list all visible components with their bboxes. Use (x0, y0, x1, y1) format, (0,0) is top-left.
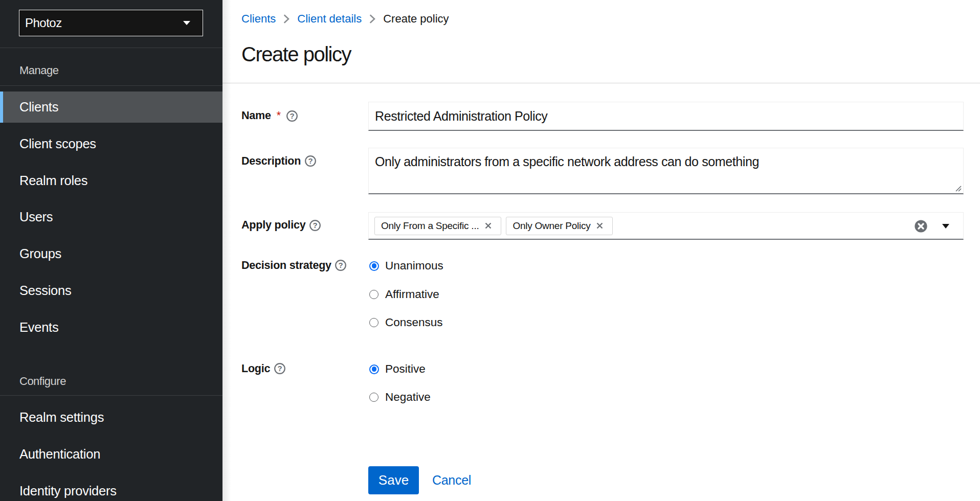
svg-text:?: ? (308, 156, 313, 165)
svg-text:?: ? (313, 221, 317, 230)
svg-text:?: ? (339, 261, 343, 269)
svg-text:?: ? (289, 111, 294, 120)
svg-text:?: ? (277, 364, 282, 373)
